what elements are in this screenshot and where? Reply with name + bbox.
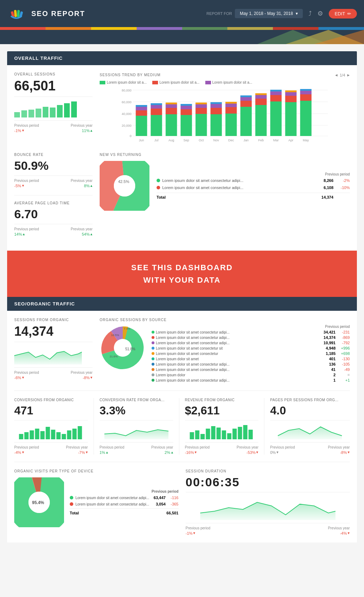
svg-rect-8 [14, 112, 20, 117]
up-arrow-icon: ▴ [106, 450, 108, 455]
avg-page-load-value: 6.70 [14, 207, 93, 221]
svg-text:16.5%: 16.5% [111, 334, 119, 337]
svg-rect-61 [255, 95, 267, 99]
report-for-label: REPORT FOR [206, 11, 232, 16]
overall-sessions-label: OVERALL SESSIONS [14, 72, 93, 76]
organic-by-source-card: ORGANIC SESSIONS BY SOURCE [100, 318, 350, 383]
svg-rect-13 [50, 108, 56, 117]
svg-rect-113 [211, 426, 215, 439]
revenue-organic-chart [185, 423, 259, 439]
chart-next-icon[interactable]: ▸ [347, 72, 350, 78]
svg-rect-50 [211, 102, 222, 104]
svg-rect-108 [78, 426, 82, 439]
device-pie: 95.4% [14, 477, 64, 527]
svg-rect-37 [166, 104, 177, 108]
date-range-picker[interactable]: May 1, 2018 - May 31, 2018 ▾ [235, 9, 303, 18]
down-arrow-icon: ▾ [90, 375, 93, 380]
svg-rect-63 [270, 101, 282, 136]
svg-rect-31 [151, 115, 162, 136]
organic-source-pie: 51.8% 21.6% 16.5% 7.4% [100, 325, 146, 371]
down-arrow-icon: ▾ [348, 450, 350, 455]
svg-text:80,000: 80,000 [122, 89, 132, 92]
report-for-area: REPORT FOR May 1, 2018 - May 31, 2018 ▾ [206, 9, 303, 18]
overall-sessions-prev-period: -1% ▾ [14, 128, 24, 133]
settings-icon[interactable]: ⚙ [317, 10, 323, 17]
svg-rect-114 [216, 428, 221, 439]
svg-rect-28 [136, 110, 147, 116]
pages-per-session-card: PAGES PER SESSIONS FROM ORG... 4.0 [270, 398, 350, 455]
decorative-band [0, 30, 364, 44]
svg-text:May: May [303, 138, 309, 142]
svg-rect-39 [181, 115, 192, 136]
overall-sessions-prev-year: 11% ▴ [82, 128, 93, 133]
svg-text:57.5%: 57.5% [121, 187, 132, 191]
up-arrow-icon: ▴ [23, 232, 25, 236]
share-icon[interactable]: ⤴ [308, 10, 312, 17]
overall-sessions-card: OVERALL SESSIONS 66,501 [14, 72, 93, 146]
prev-period-label: Previous period [14, 124, 39, 127]
svg-rect-59 [255, 105, 267, 136]
cta-banner[interactable]: SEE THIS DASHBOARD WITH YOUR DATA [7, 251, 357, 297]
svg-text:Sep: Sep [183, 138, 189, 142]
svg-rect-46 [196, 103, 207, 104]
svg-text:Aug: Aug [168, 138, 174, 142]
session-duration-value: 00:06:35 [186, 475, 350, 489]
svg-rect-116 [227, 433, 231, 439]
svg-rect-15 [64, 103, 70, 117]
svg-rect-48 [211, 108, 222, 114]
sessions-organic-label: SESSIONS FROM ORGANIC [14, 318, 93, 322]
svg-rect-57 [241, 97, 252, 101]
sessions-trend-label: SESSIONS TREND BY MEDIUM [100, 73, 160, 77]
page-title: SEO REPORT [31, 10, 85, 18]
svg-rect-49 [211, 104, 222, 108]
bounce-prev-period: -5% ▾ [14, 183, 24, 188]
svg-text:Dec: Dec [228, 138, 234, 142]
conversions-organic-card: CONVERSIONS FROM ORGANIC 471 [14, 398, 94, 455]
down-arrow-icon: ▾ [22, 450, 24, 455]
organic-visits-device-card: ORGANIC VISITS PER TYPE OF DEVICE 95.4% [14, 469, 179, 535]
pages-per-session-label: PAGES PER SESSIONS FROM ORG... [270, 398, 350, 402]
svg-rect-119 [243, 425, 247, 439]
overall-sessions-value: 66,501 [14, 78, 93, 94]
revenue-organic-value: $2,611 [185, 404, 259, 417]
down-arrow-icon: ▾ [22, 375, 24, 380]
organic-visits-device-label: ORGANIC VISITS PER TYPE OF DEVICE [14, 469, 179, 473]
svg-rect-107 [72, 429, 77, 439]
edit-button[interactable]: EDIT ✏ [329, 9, 357, 19]
svg-text:Feb: Feb [258, 138, 264, 142]
svg-rect-118 [238, 427, 242, 439]
svg-point-89 [114, 175, 135, 197]
svg-rect-120 [248, 430, 253, 439]
down-arrow-icon: ▾ [86, 450, 88, 455]
session-duration-card: SESSION DURATION 00:06:35 [186, 469, 350, 535]
svg-rect-53 [226, 104, 237, 107]
pages-per-session-value: 4.0 [270, 404, 350, 417]
bounce-rate-label: BOUNCE RATE [14, 153, 93, 157]
svg-rect-97 [19, 434, 23, 439]
svg-text:21.6%: 21.6% [110, 355, 118, 358]
svg-rect-33 [151, 105, 162, 109]
svg-text:Mar: Mar [273, 138, 279, 142]
chart-prev-icon[interactable]: ◂ [335, 72, 338, 78]
svg-rect-56 [241, 101, 252, 107]
up-arrow-icon: ▴ [171, 450, 173, 455]
svg-rect-67 [285, 102, 297, 136]
sessions-trend-chart: 80,000 60,000 40,000 20,000 0 [100, 87, 350, 144]
overall-sessions-chart [14, 100, 93, 117]
section-seo-organic: SEO/ORGANIC TRAFFIC [7, 297, 357, 311]
avg-page-load-card: AVERAGE PAGE LOAD TIME 6.70 Previous per… [14, 201, 93, 236]
svg-rect-45 [196, 104, 207, 108]
svg-rect-117 [232, 429, 237, 439]
svg-rect-47 [211, 114, 222, 136]
svg-rect-27 [136, 116, 147, 136]
conversions-organic-chart [14, 423, 88, 439]
svg-text:95.4%: 95.4% [32, 500, 44, 505]
svg-rect-54 [226, 102, 237, 104]
svg-rect-69 [285, 92, 297, 96]
pages-per-session-chart [270, 423, 350, 439]
conversion-rate-chart [100, 423, 173, 439]
header: SEO REPORT REPORT FOR May 1, 2018 - May … [0, 0, 364, 27]
svg-rect-109 [190, 432, 194, 439]
svg-rect-40 [181, 109, 192, 115]
svg-rect-55 [241, 107, 252, 136]
